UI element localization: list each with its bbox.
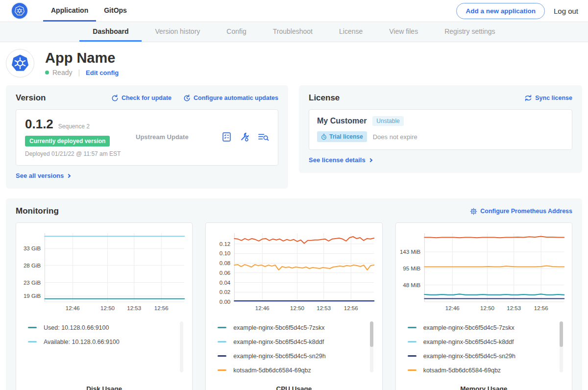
svg-text:143 MiB: 143 MiB	[400, 249, 421, 255]
legend-swatch-icon	[218, 369, 226, 371]
chart-panel-memory-usage: 48 MiB95 MiB143 MiB12:4612:5012:5312:56e…	[395, 222, 572, 390]
svg-text:0.10: 0.10	[220, 250, 231, 256]
see-license-details-label: See license details	[309, 156, 366, 164]
channel-badge: Unstable	[372, 116, 403, 126]
legend-item: example-nginx-5bc6f5d4c5-k8ddf	[408, 335, 555, 349]
page-title: App Name	[45, 50, 119, 66]
legend-swatch-icon	[408, 341, 416, 342]
add-application-button[interactable]: Add a new application	[456, 3, 545, 19]
deployed-timestamp: Deployed 01/21/22 @ 11:57 am EST	[25, 150, 136, 157]
legend-swatch-icon	[408, 327, 416, 328]
svg-text:12:50: 12:50	[100, 305, 115, 311]
legend-item: example-nginx-5bc6f5d4c5-sn29h	[408, 349, 555, 363]
legend-label: Used: 10.128.0.66:9100	[44, 324, 109, 331]
svg-text:0.06: 0.06	[220, 270, 231, 276]
legend-label: example-nginx-5bc6f5d4c5-sn29h	[233, 353, 325, 360]
see-all-versions-link[interactable]: See all versions	[16, 172, 70, 179]
svg-text:12:56: 12:56	[534, 305, 548, 311]
clock-refresh-icon	[183, 95, 191, 102]
legend-swatch-icon	[408, 369, 416, 371]
legend-swatch-icon	[28, 341, 37, 342]
chart-canvas: 0.000.020.040.060.080.100.1212:4612:5012…	[210, 230, 378, 314]
tab-dashboard[interactable]: Dashboard	[79, 22, 142, 42]
see-license-details-link[interactable]: See license details	[309, 156, 372, 164]
tab-config[interactable]: Config	[213, 22, 259, 42]
legend-swatch-icon	[408, 355, 416, 357]
legend-swatch-icon	[218, 341, 226, 342]
legend-item: Used: 10.128.0.66:9100	[28, 320, 175, 335]
configure-automatic-updates-link[interactable]: Configure automatic updates	[183, 95, 278, 102]
svg-text:0.12: 0.12	[220, 241, 231, 247]
legend-label: Available: 10.128.0.66:9100	[44, 339, 120, 345]
license-card: License Sync license My Customer Unstabl…	[299, 85, 582, 173]
license-expiry: Does not expire	[373, 133, 417, 141]
app-header: App Name Ready | Edit config	[0, 42, 588, 85]
legend-label: example-nginx-5bc6f5d4c5-k8ddf	[423, 339, 514, 345]
refresh-icon	[111, 95, 119, 102]
svg-text:33 GiB: 33 GiB	[24, 245, 41, 251]
deploy-logs-icon[interactable]	[258, 132, 269, 142]
tab-view-files[interactable]: View files	[376, 22, 431, 42]
legend-item: kotsadm-5db6dc6584-69qbz	[408, 363, 555, 377]
logout-link[interactable]: Log out	[554, 7, 578, 15]
configure-prometheus-label: Configure Prometheus Address	[480, 208, 572, 215]
legend-item: Available: 10.128.0.66:9100	[28, 335, 175, 349]
edit-config-link[interactable]: Edit config	[86, 69, 119, 76]
tab-license[interactable]: License	[326, 22, 376, 42]
tab-application-label: Application	[51, 6, 88, 14]
chart-canvas: 19 GiB23 GiB28 GiB33 GiB12:4612:5012:531…	[20, 230, 188, 314]
customer-name: My Customer	[317, 117, 367, 125]
trial-license-label: Trial license	[329, 133, 363, 140]
chart-legend: Used: 10.128.0.66:9100Available: 10.128.…	[28, 320, 183, 378]
legend-label: kotsadm-5db6dc6584-69qbz	[233, 367, 311, 374]
divider: |	[78, 69, 80, 76]
kubernetes-logo-icon	[12, 3, 27, 19]
config-wrench-icon[interactable]	[240, 132, 250, 142]
sync-license-label: Sync license	[535, 95, 572, 101]
svg-text:12:53: 12:53	[127, 305, 141, 311]
see-all-versions-label: See all versions	[16, 172, 64, 179]
chart-panel-disk-usage: 19 GiB23 GiB28 GiB33 GiB12:4612:5012:531…	[16, 222, 193, 390]
tab-gitops[interactable]: GitOps	[96, 0, 135, 22]
tab-application[interactable]: Application	[43, 0, 96, 22]
sync-license-link[interactable]: Sync license	[524, 95, 572, 101]
stopwatch-icon	[321, 134, 327, 140]
svg-text:0.02: 0.02	[220, 289, 231, 295]
app-logo-icon	[6, 49, 34, 77]
configure-prometheus-link[interactable]: Configure Prometheus Address	[470, 208, 572, 215]
legend-swatch-icon	[28, 327, 37, 328]
tab-registry-settings[interactable]: Registry settings	[431, 22, 508, 42]
tab-troubleshoot[interactable]: Troubleshoot	[260, 22, 326, 42]
chevron-right-icon	[368, 158, 372, 162]
version-card: Version Check for update Configure autom…	[6, 85, 288, 189]
svg-text:0.04: 0.04	[220, 280, 231, 286]
update-type-label: Upstream Update	[136, 133, 221, 141]
monitoring-card: Monitoring Configure Prometheus Address …	[6, 198, 582, 390]
svg-text:12:56: 12:56	[154, 305, 169, 311]
svg-text:23 GiB: 23 GiB	[24, 280, 41, 286]
license-card-title: License	[309, 93, 340, 103]
legend-label: example-nginx-5bc6f5d4c5-7zskx	[233, 324, 324, 331]
tab-version-history[interactable]: Version history	[142, 22, 213, 42]
status-text: Ready	[52, 69, 72, 76]
check-for-update-link[interactable]: Check for update	[111, 95, 172, 102]
svg-text:12:50: 12:50	[290, 305, 304, 311]
legend-label: example-nginx-5bc6f5d4c5-sn29h	[423, 353, 515, 360]
chart-legend: example-nginx-5bc6f5d4c5-7zskxexample-ng…	[408, 320, 563, 378]
legend-label: kotsadm-5db6dc6584-69qbz	[423, 367, 501, 374]
legend-item: example-nginx-5bc6f5d4c5-k8ddf	[218, 335, 365, 349]
chevron-right-icon	[67, 173, 71, 177]
svg-text:48 MiB: 48 MiB	[403, 282, 420, 288]
chart-panel-cpu-usage: 0.000.020.040.060.080.100.1212:4612:5012…	[205, 222, 382, 390]
chart-canvas: 48 MiB95 MiB143 MiB12:4612:5012:5312:56	[400, 230, 568, 314]
monitoring-panels: 19 GiB23 GiB28 GiB33 GiB12:4612:5012:531…	[16, 222, 572, 390]
legend-scrollbar-thumb[interactable]	[370, 321, 373, 347]
svg-text:12:53: 12:53	[317, 305, 331, 311]
gear-icon	[470, 208, 477, 215]
preflight-checklist-icon[interactable]	[221, 132, 232, 142]
svg-text:19 GiB: 19 GiB	[24, 293, 41, 299]
top-nav-tabs: Application GitOps	[43, 0, 135, 22]
legend-scrollbar-track	[180, 321, 183, 372]
legend-scrollbar-thumb[interactable]	[560, 321, 563, 347]
chart-title: Memory Usage	[400, 385, 568, 390]
